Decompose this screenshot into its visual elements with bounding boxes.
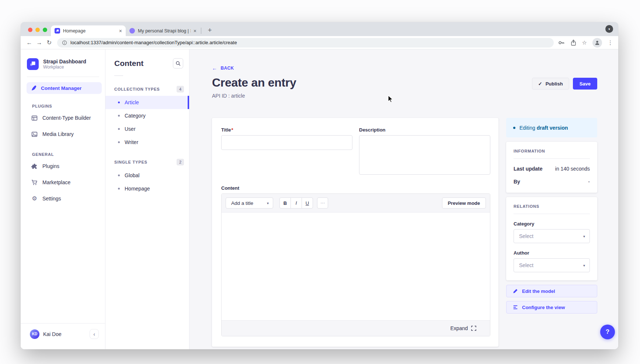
divider: [514, 158, 590, 159]
configure-view-label: Configure the view: [522, 305, 565, 310]
back-button[interactable]: ←: [24, 39, 34, 46]
blog-favicon-icon: [129, 28, 135, 34]
downloads-button[interactable]: ▾: [605, 25, 613, 33]
heading-dropdown[interactable]: Add a title ▾: [226, 197, 273, 209]
sidebar-item-settings[interactable]: ⚙ Settings: [21, 190, 105, 207]
subnav-item-label: Article: [125, 99, 139, 105]
reload-button[interactable]: ↻: [44, 39, 54, 46]
pen-icon: [31, 85, 37, 91]
share-icon[interactable]: [570, 39, 577, 46]
subnav-item-global[interactable]: Global: [105, 169, 189, 182]
sidebar-item-label: Media Library: [42, 131, 74, 137]
gear-icon: ⚙: [31, 196, 38, 202]
close-window-button[interactable]: [28, 28, 32, 32]
save-button[interactable]: Save: [573, 78, 597, 90]
italic-button[interactable]: I: [291, 197, 302, 209]
subnav-title: Content: [114, 59, 143, 68]
sidebar-item-content-manager[interactable]: Content Manager: [27, 82, 102, 94]
underline-button[interactable]: U: [302, 197, 313, 209]
tab-strip: Homepage × My personal Strapi blog | Str…: [21, 22, 618, 36]
subnav-item-label: Global: [125, 172, 139, 178]
chevron-down-icon: ▾: [583, 234, 585, 238]
author-select[interactable]: Select ▾: [514, 258, 590, 272]
tab-close-icon[interactable]: ×: [119, 28, 122, 34]
tab-close-icon[interactable]: ×: [194, 28, 196, 34]
browser-menu-button[interactable]: ⋮: [608, 39, 613, 46]
sidebar-item-label: Marketplace: [42, 179, 70, 185]
cart-icon: [31, 179, 38, 186]
publish-button[interactable]: ✓ Publish: [532, 78, 569, 90]
editor-toolbar: Add a title ▾ B I U ⋯ Previ: [222, 194, 490, 213]
browser-profile-button[interactable]: [592, 38, 602, 48]
editor-text-area[interactable]: [222, 213, 490, 320]
user-avatar[interactable]: KD: [30, 329, 39, 339]
zoom-window-button[interactable]: [43, 28, 47, 32]
subnav-item-user[interactable]: User: [105, 122, 189, 136]
url-bar[interactable]: localhost:1337/admin/content-manager/col…: [57, 38, 554, 48]
bookmark-star-icon[interactable]: ☆: [582, 39, 587, 46]
relations-title: RELATIONS: [514, 204, 590, 209]
subnav-item-label: Category: [125, 113, 146, 119]
draft-status-text: Editingdraft version: [519, 125, 568, 131]
group-title-single-types: SINGLE TYPES: [114, 160, 147, 164]
draft-status-banner: Editingdraft version: [506, 118, 597, 137]
subnav-item-homepage[interactable]: Homepage: [105, 182, 189, 195]
sidebar-section-general: GENERAL: [32, 152, 105, 157]
tab-separator: [201, 28, 201, 34]
password-key-icon[interactable]: [558, 39, 565, 46]
expand-icon[interactable]: [471, 326, 476, 331]
publish-label: Publish: [546, 81, 563, 87]
tab-title: My personal Strapi blog | Strap: [138, 28, 191, 34]
sidebar-item-content-type-builder[interactable]: Content-Type Builder: [21, 110, 105, 126]
tab-blog[interactable]: My personal Strapi blog | Strap ×: [126, 25, 200, 36]
chevron-down-icon: ▾: [267, 201, 269, 205]
forward-button[interactable]: →: [34, 39, 44, 46]
title-input[interactable]: [221, 135, 352, 150]
sidebar-item-label: Plugins: [42, 163, 59, 169]
description-field-label: Description: [359, 127, 490, 133]
preview-mode-button[interactable]: Preview mode: [442, 197, 486, 209]
configure-view-button[interactable]: Configure the view: [506, 301, 597, 314]
by-row: By -: [514, 179, 590, 185]
app-name: Strapi Dashboard: [43, 59, 86, 65]
count-badge: 2: [177, 159, 184, 165]
edit-model-button[interactable]: Edit the model: [506, 285, 597, 297]
subnav-item-category[interactable]: Category: [105, 109, 189, 122]
by-value: -: [588, 179, 590, 185]
browser-window: Homepage × My personal Strapi blog | Str…: [21, 22, 618, 349]
user-name: Kai Doe: [43, 331, 62, 337]
bold-button[interactable]: B: [279, 197, 291, 209]
new-tab-button[interactable]: +: [206, 26, 214, 34]
tab-homepage[interactable]: Homepage ×: [51, 25, 126, 36]
divider: [114, 76, 123, 76]
sidebar-item-media-library[interactable]: Media Library: [21, 126, 105, 142]
sidebar-item-label: Settings: [42, 196, 61, 202]
information-title: INFORMATION: [514, 149, 590, 153]
page-info-icon[interactable]: [62, 40, 67, 45]
last-update-row: Last update in 140 seconds: [514, 166, 590, 172]
chevron-down-icon: ▾: [583, 263, 585, 267]
sidebar-item-plugins[interactable]: Plugins: [21, 158, 105, 174]
help-button[interactable]: ?: [600, 325, 615, 339]
main-sidebar: Strapi Dashboard Workplace Content Manag…: [21, 49, 105, 349]
editor-footer: Expand: [222, 320, 490, 336]
minimize-window-button[interactable]: [35, 28, 40, 32]
back-link[interactable]: ← BACK: [212, 65, 597, 71]
more-formatting-button[interactable]: ⋯: [317, 197, 328, 209]
subnav-item-writer[interactable]: Writer: [105, 136, 189, 149]
category-select[interactable]: Select ▾: [514, 229, 590, 243]
expand-label[interactable]: Expand: [451, 325, 468, 331]
download-caret-icon: ▾: [608, 27, 610, 31]
subnav-item-article[interactable]: Article: [105, 96, 189, 109]
search-button[interactable]: [173, 58, 183, 69]
description-textarea[interactable]: [359, 135, 490, 175]
sidebar-footer: KD Kai Doe ‹: [21, 323, 105, 349]
collapse-sidebar-button[interactable]: ‹: [90, 329, 99, 339]
category-label: Category: [514, 221, 590, 227]
sidebar-section-plugins: PLUGINS: [32, 104, 105, 108]
content-subnav: Content COLLECTION TYPES 4 Article Categ…: [105, 49, 189, 349]
workspace-brand[interactable]: Strapi Dashboard Workplace: [27, 58, 99, 77]
subnav-item-label: Homepage: [125, 186, 150, 192]
filter-lines-icon: [513, 305, 518, 310]
sidebar-item-marketplace[interactable]: Marketplace: [21, 174, 105, 190]
